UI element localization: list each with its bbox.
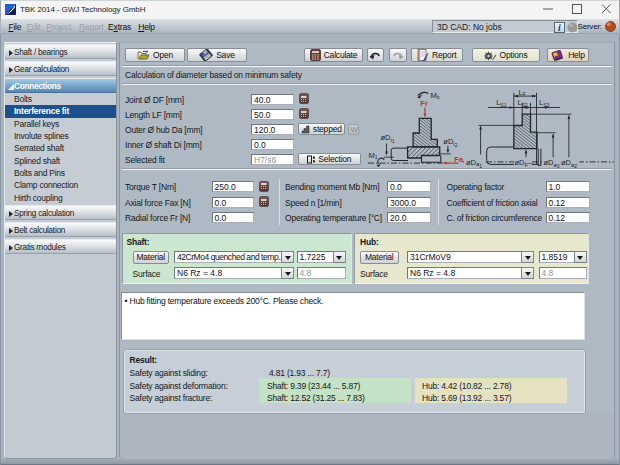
svg-text:M1: M1 — [369, 151, 378, 161]
svg-text:LS1: LS1 — [496, 98, 507, 108]
svg-text:LS3: LS3 — [539, 98, 550, 108]
svg-text:Fa: Fa — [454, 155, 464, 164]
svg-text:LS2: LS2 — [518, 98, 529, 108]
svg-text:øDi1: øDi1 — [381, 133, 395, 144]
svg-text:LF: LF — [519, 88, 526, 98]
svg-text:øDi2: øDi2 — [443, 137, 457, 148]
svg-text:Fr: Fr — [420, 99, 428, 108]
svg-text:Mb: Mb — [431, 91, 440, 101]
